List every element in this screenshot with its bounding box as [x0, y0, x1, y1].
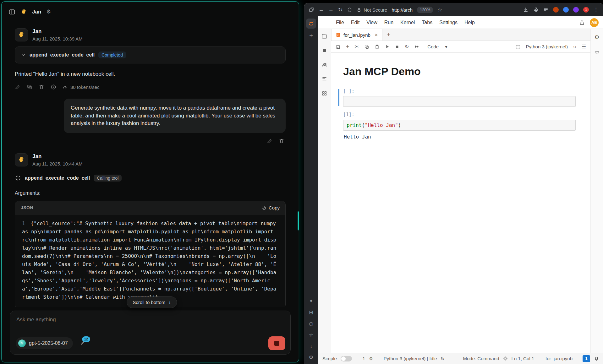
- downloads-icon[interactable]: ↓: [310, 343, 312, 349]
- toolbar-overflow-icon[interactable]: ☰: [582, 44, 586, 50]
- menu-view[interactable]: View: [363, 16, 381, 29]
- address-url[interactable]: http://arch: [392, 7, 413, 13]
- code-cell-empty[interactable]: [ ]:: [343, 88, 576, 107]
- interrupt-kernel-icon[interactable]: [395, 45, 399, 49]
- stop-generation-button[interactable]: [268, 336, 285, 350]
- download-icon[interactable]: [523, 7, 529, 13]
- bookmark-star-icon[interactable]: ☆: [437, 7, 442, 13]
- new-tab-button[interactable]: +: [309, 32, 313, 40]
- notification-badge[interactable]: 1: [583, 7, 589, 13]
- chat-input[interactable]: [16, 317, 271, 323]
- delete-icon[interactable]: [279, 138, 284, 144]
- running-kernels-icon[interactable]: [322, 48, 327, 53]
- jan-app-window: Jan ⚙ Jan Aug 11, 2025, 10:39 AM append_…: [1, 1, 299, 362]
- menu-edit[interactable]: Edit: [348, 16, 363, 29]
- active-tab-favicon[interactable]: [306, 19, 316, 29]
- tools-button[interactable]: 12: [80, 340, 86, 347]
- user-message-actions: [267, 138, 286, 144]
- menu-help[interactable]: Help: [461, 16, 478, 29]
- menu-tabs[interactable]: Tabs: [418, 16, 436, 29]
- shield-icon[interactable]: [347, 7, 352, 13]
- browser-menu-icon[interactable]: ⋮: [593, 7, 599, 13]
- cell-editor[interactable]: [343, 96, 576, 107]
- down-arrow-icon: ↓: [168, 300, 171, 305]
- ai-sparkle-icon[interactable]: ✦: [309, 298, 313, 304]
- restart-run-all-icon[interactable]: [414, 44, 419, 49]
- edit-icon[interactable]: [15, 84, 20, 90]
- debugger-sidebar-icon[interactable]: [595, 50, 600, 55]
- chat-scroll-area[interactable]: Jan Aug 11, 2025, 10:39 AM append_execut…: [2, 23, 299, 307]
- file-browser-icon[interactable]: [321, 33, 327, 39]
- debugger-bug-icon[interactable]: [515, 44, 521, 49]
- info-icon[interactable]: [51, 84, 56, 90]
- thread-settings-icon[interactable]: ⚙: [46, 8, 51, 15]
- message-timestamp: Aug 11, 2025, 10:39 AM: [32, 36, 83, 41]
- reading-list-icon[interactable]: [543, 7, 549, 13]
- bookmarks-star-icon[interactable]: ☆: [309, 332, 313, 338]
- close-tab-icon[interactable]: ✕: [375, 33, 378, 37]
- cursor-position[interactable]: Ln 1, Col 1: [512, 356, 534, 361]
- code-text: {"cell_source":"# Synthetic luxury fashi…: [22, 220, 279, 300]
- property-inspector-icon[interactable]: ⚙: [595, 34, 599, 41]
- notification-count-badge[interactable]: 1: [583, 355, 590, 362]
- tool-call-collapsible[interactable]: append_execute_code_cell Completed: [15, 46, 286, 63]
- avatar: [15, 28, 28, 41]
- settings-gear-icon[interactable]: ⚙: [309, 354, 313, 360]
- zoom-level-badge[interactable]: 120%: [417, 7, 433, 13]
- cell-editor[interactable]: print("Hello Jan"): [343, 120, 576, 131]
- edit-icon[interactable]: [267, 138, 272, 144]
- notebook-area[interactable]: Jan MCP Demo [ ]: [1]: print("Hello Jan"…: [331, 53, 590, 353]
- users-icon[interactable]: [321, 62, 327, 68]
- menu-settings[interactable]: Settings: [436, 16, 461, 29]
- forward-button[interactable]: →: [328, 7, 334, 13]
- share-icon[interactable]: [579, 20, 585, 25]
- notebook-tab[interactable]: for_jan.ipynb ✕: [331, 29, 382, 41]
- security-label: Not Secure: [364, 7, 387, 13]
- menu-run[interactable]: Run: [381, 16, 397, 29]
- reload-button[interactable]: ↻: [338, 7, 343, 13]
- tab-panels-icon[interactable]: [309, 7, 314, 13]
- stop-icon: [274, 341, 279, 346]
- spinner-icon: [15, 175, 21, 181]
- extension-icon-orange[interactable]: [553, 7, 559, 13]
- menu-file[interactable]: File: [332, 16, 348, 29]
- copy-cells-icon[interactable]: [364, 44, 369, 49]
- paste-cells-icon[interactable]: [375, 44, 380, 49]
- run-cell-icon[interactable]: [385, 44, 390, 49]
- menu-kernel[interactable]: Kernel: [397, 16, 418, 29]
- cut-cells-icon[interactable]: ✂: [355, 44, 359, 50]
- insert-cell-icon[interactable]: +: [346, 43, 349, 50]
- new-launcher-button[interactable]: +: [382, 29, 395, 41]
- browser-window: ← → ↻ Not Secure http://arch 120% ☆ 1 ⋮ …: [304, 3, 603, 364]
- jan-titlebar: Jan ⚙: [2, 2, 299, 22]
- message-author: Jan: [32, 28, 83, 35]
- terminal-count[interactable]: 1: [363, 356, 365, 361]
- extension-icon-blue[interactable]: [563, 7, 569, 13]
- extension-manager-icon[interactable]: [321, 90, 327, 96]
- cell-type-select[interactable]: Code ▾: [427, 44, 447, 50]
- code-cell-executed[interactable]: [1]: print("Hello Jan") Hello Jan: [343, 112, 576, 143]
- back-button[interactable]: ←: [319, 7, 324, 13]
- tool-call-row[interactable]: append_execute_code_cell Calling tool: [15, 175, 286, 182]
- save-icon[interactable]: [336, 44, 341, 49]
- scroll-to-bottom-button[interactable]: Scroll to bottom ↓: [127, 296, 177, 308]
- simple-mode-toggle[interactable]: [341, 356, 352, 361]
- table-of-contents-icon[interactable]: [321, 76, 327, 82]
- bell-icon[interactable]: [594, 356, 599, 361]
- sidebar-toggle-icon[interactable]: [8, 8, 15, 15]
- copy-icon[interactable]: [27, 84, 32, 90]
- kernel-status-label[interactable]: Python 3 (ipykernel) | Idle: [384, 356, 437, 361]
- kernel-name[interactable]: Python 3 (ipykernel): [526, 44, 568, 49]
- extensions-puzzle-icon[interactable]: [533, 7, 539, 13]
- user-avatar[interactable]: AE: [590, 18, 599, 27]
- delete-icon[interactable]: [39, 84, 44, 90]
- history-clock-icon[interactable]: ◷: [309, 321, 313, 327]
- extension-icon-purple[interactable]: [573, 7, 579, 13]
- restart-kernel-icon[interactable]: ↻: [405, 44, 409, 50]
- copy-json-button[interactable]: Copy: [261, 205, 280, 210]
- json-code[interactable]: 1{"cell_source":"# Synthetic luxury fash…: [15, 215, 285, 307]
- site-security-chip[interactable]: Not Secure: [357, 7, 387, 13]
- apps-icon[interactable]: ⊞: [309, 309, 313, 315]
- model-selector[interactable]: ✳ gpt-5-2025-08-07: [16, 337, 73, 349]
- sessions-gear-icon[interactable]: ⚙: [369, 356, 373, 361]
